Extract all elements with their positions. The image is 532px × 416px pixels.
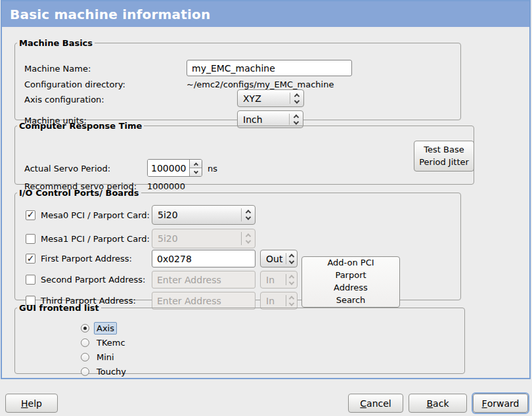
addon-button-line3: Address bbox=[334, 282, 368, 294]
gui-option-axis: Axis bbox=[81, 322, 117, 334]
cancel-button[interactable]: Cancel bbox=[348, 394, 403, 413]
mesa0-card-select[interactable]: 5i20 bbox=[152, 205, 255, 225]
test-button-line2: Period Jitter bbox=[419, 156, 469, 169]
radio-mini[interactable] bbox=[81, 353, 89, 361]
mesa1-checkbox[interactable] bbox=[26, 234, 35, 244]
first-parport-label: First Parport Address: bbox=[41, 254, 132, 264]
mesa1-card-select: 5i20 bbox=[152, 229, 255, 248]
axis-configuration-label: Axis configuration: bbox=[24, 95, 104, 104]
radio-touchy[interactable] bbox=[81, 367, 89, 376]
second-parport-direction-value: In bbox=[266, 275, 286, 285]
spin-up-button[interactable] bbox=[190, 160, 202, 168]
second-parport-label: Second Parport Address: bbox=[41, 275, 145, 285]
first-parport-address-input[interactable] bbox=[152, 250, 255, 267]
test-button-line1: Test Base bbox=[424, 144, 464, 156]
help-button[interactable]: Help bbox=[5, 394, 58, 413]
chevron-updown-icon bbox=[286, 275, 297, 285]
addon-button-line1: Add-on PCI bbox=[327, 257, 374, 269]
machine-name-label: Machine Name: bbox=[24, 64, 91, 74]
back-mnemonic: B bbox=[427, 398, 433, 409]
second-parport-address-input bbox=[152, 271, 255, 289]
mesa1-label: Mesa1 PCI / Parport Card: bbox=[41, 234, 150, 244]
io-ports-legend: I/O Control Ports/ Boards bbox=[17, 188, 141, 198]
second-parport-checkbox[interactable] bbox=[26, 275, 35, 285]
help-mnemonic: H bbox=[21, 398, 28, 409]
mesa0-label: Mesa0 PCI / Parport Card: bbox=[41, 210, 150, 220]
chevron-updown-icon bbox=[242, 233, 255, 244]
mesa1-row: Mesa1 PCI / Parport Card: 5i20 bbox=[15, 229, 458, 248]
radio-tkemc[interactable] bbox=[81, 338, 89, 347]
forward-mnemonic: F bbox=[482, 398, 487, 409]
page-header: Basic machine information bbox=[2, 1, 529, 27]
radio-mini-label[interactable]: Mini bbox=[94, 351, 117, 363]
second-parport-direction-select: In bbox=[260, 271, 298, 289]
back-button[interactable]: Back bbox=[409, 394, 467, 413]
gui-option-mini: Mini bbox=[81, 351, 117, 363]
check-icon: ✓ bbox=[27, 254, 35, 263]
test-base-period-jitter-button[interactable]: Test Base Period Jitter bbox=[414, 141, 474, 172]
gui-frontend-legend: GUI frontend list bbox=[17, 303, 101, 313]
help-label-rest: elp bbox=[28, 398, 42, 409]
servo-period-input[interactable] bbox=[148, 160, 189, 176]
forward-label-rest: orward bbox=[487, 398, 520, 409]
spin-buttons bbox=[189, 160, 202, 176]
page-title: Basic machine information bbox=[10, 7, 211, 22]
axis-configuration-value: XYZ bbox=[243, 93, 290, 104]
gui-option-tkemc: TKemc bbox=[81, 336, 128, 348]
first-parport-checkbox[interactable]: ✓ bbox=[26, 254, 35, 264]
chevron-updown-icon bbox=[242, 210, 255, 220]
back-label-rest: ack bbox=[433, 398, 449, 409]
machine-basics-group: Machine Basics Machine Name: Configurati… bbox=[14, 38, 461, 120]
chevron-updown-icon bbox=[286, 254, 297, 264]
wizard-window: Basic machine information Machine Basics… bbox=[0, 0, 532, 416]
addon-button-line2: Parport bbox=[335, 269, 366, 282]
first-parport-direction-select[interactable]: Out bbox=[260, 250, 298, 267]
config-directory-label: Configuration directory: bbox=[24, 80, 125, 89]
gui-option-touchy: Touchy bbox=[81, 365, 129, 377]
forward-button[interactable]: Forward bbox=[473, 394, 528, 413]
cancel-label-rest: ancel bbox=[366, 398, 391, 409]
mesa0-checkbox[interactable]: ✓ bbox=[26, 210, 35, 220]
servo-period-spinbox[interactable] bbox=[147, 159, 202, 177]
mesa0-row: ✓ Mesa0 PCI / Parport Card: 5i20 bbox=[15, 205, 458, 225]
radio-touchy-label[interactable]: Touchy bbox=[94, 365, 129, 378]
addon-pci-parport-search-button[interactable]: Add-on PCI Parport Address Search bbox=[301, 256, 400, 308]
chevron-updown-icon bbox=[290, 93, 303, 104]
check-icon: ✓ bbox=[27, 210, 35, 219]
mesa1-card-value: 5i20 bbox=[158, 233, 241, 244]
response-time-group: Computer Response Time Test Base Period … bbox=[14, 121, 474, 185]
servo-period-unit: ns bbox=[208, 164, 217, 173]
axis-configuration-select[interactable]: XYZ bbox=[237, 89, 304, 107]
radio-tkemc-label[interactable]: TKemc bbox=[94, 336, 128, 349]
radio-axis-label[interactable]: Axis bbox=[94, 322, 117, 335]
io-ports-group: I/O Control Ports/ Boards ✓ Mesa0 PCI / … bbox=[14, 188, 461, 300]
machine-basics-legend: Machine Basics bbox=[17, 38, 95, 48]
machine-name-input[interactable] bbox=[187, 60, 352, 76]
first-parport-direction-value: Out bbox=[266, 254, 286, 264]
spin-down-button[interactable] bbox=[190, 168, 202, 176]
servo-period-label: Actual Servo Period: bbox=[24, 164, 110, 173]
gui-frontend-group: GUI frontend list Axis TKemc Mini Touchy bbox=[14, 303, 465, 374]
response-time-legend: Computer Response Time bbox=[17, 121, 144, 131]
radio-axis[interactable] bbox=[81, 324, 89, 333]
cancel-mnemonic: C bbox=[360, 398, 366, 409]
mesa0-card-value: 5i20 bbox=[158, 210, 241, 220]
config-directory-value: ~/emc2/configs/my_EMC_machine bbox=[187, 80, 334, 89]
